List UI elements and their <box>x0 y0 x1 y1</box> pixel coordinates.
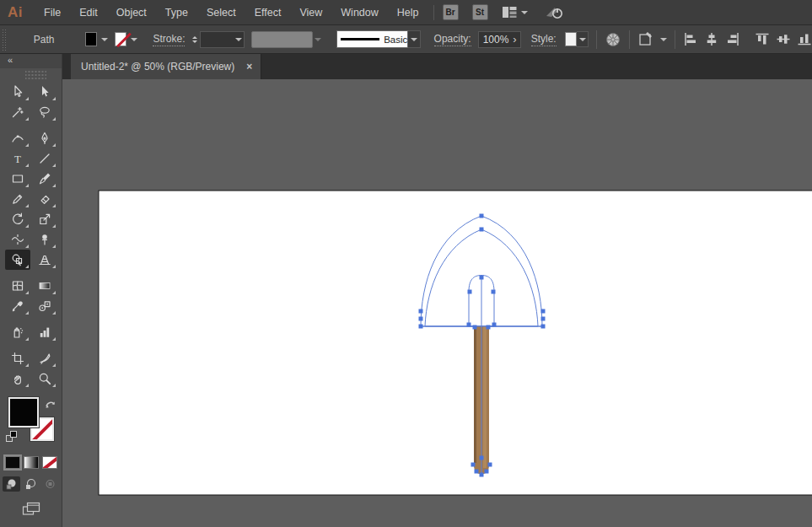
document-tab[interactable]: Untitled-2* @ 50% (RGB/Preview) × <box>71 54 261 79</box>
brush-definition-field[interactable]: Basic <box>336 30 408 48</box>
color-type-buttons <box>0 456 62 469</box>
selection-type-label: Path <box>34 34 55 46</box>
canvas-area[interactable] <box>62 79 812 527</box>
tool-hand[interactable] <box>5 368 30 389</box>
menu-view[interactable]: View <box>290 0 331 25</box>
tool-artboard[interactable] <box>5 348 30 368</box>
menu-help[interactable]: Help <box>388 0 428 25</box>
style-swatch[interactable] <box>565 32 577 46</box>
gradient-button[interactable] <box>24 456 39 469</box>
tool-perspective-grid[interactable] <box>32 250 57 270</box>
tool-curvature[interactable] <box>5 128 30 148</box>
tool-zoom[interactable] <box>32 368 57 389</box>
tool-symbol-sprayer[interactable] <box>5 322 30 342</box>
tools-panel-collapse[interactable]: « <box>0 54 62 68</box>
fill-color-swatch[interactable] <box>85 32 97 46</box>
column-graph-tool-icon <box>38 325 51 339</box>
tool-column-graph[interactable] <box>32 322 57 342</box>
tool-gradient[interactable] <box>32 276 57 296</box>
vertical-align-center-icon[interactable] <box>776 32 791 46</box>
tab-close-button[interactable]: × <box>246 61 252 73</box>
vertical-align-bottom-icon[interactable] <box>797 32 812 46</box>
default-fill-stroke-icon[interactable] <box>6 431 17 442</box>
shape-properties-button[interactable] <box>637 31 667 48</box>
tool-paintbrush[interactable] <box>32 169 57 189</box>
rectangle-tool-icon <box>11 172 24 186</box>
chevron-down-icon <box>660 38 667 45</box>
menu-effect[interactable]: Effect <box>245 0 291 25</box>
style-dropdown-button[interactable] <box>577 31 589 47</box>
opacity-field[interactable]: 100% › <box>478 31 521 48</box>
stroke-color-swatch[interactable] <box>115 32 126 46</box>
brush-dropdown-button[interactable] <box>408 30 420 48</box>
magic-wand-tool-icon <box>11 105 24 119</box>
fill-color-dropdown[interactable] <box>97 32 108 46</box>
tool-line-segment[interactable] <box>32 148 57 169</box>
tool-width[interactable] <box>5 229 30 250</box>
brush-name: Basic <box>384 35 407 45</box>
tool-rotate[interactable] <box>5 209 30 229</box>
menu-window[interactable]: Window <box>331 0 387 25</box>
tool-eyedropper[interactable] <box>5 296 30 316</box>
bridge-button[interactable]: Br <box>443 4 459 20</box>
tool-magic-wand[interactable] <box>5 102 30 122</box>
opacity-slider-arrow[interactable]: › <box>513 33 519 46</box>
swap-fill-stroke-icon[interactable] <box>44 399 57 411</box>
tool-puppet-warp[interactable] <box>32 229 57 250</box>
recolor-artwork-button[interactable] <box>605 31 621 48</box>
tool-eraser[interactable] <box>32 189 57 209</box>
shape-builder-tool-icon <box>11 253 24 266</box>
tool-shape-builder[interactable] <box>5 250 30 270</box>
workspace-switcher[interactable] <box>502 6 528 19</box>
color-button[interactable] <box>5 456 20 469</box>
selection-tool-icon <box>11 85 24 99</box>
change-screen-mode-button[interactable] <box>22 502 62 519</box>
tool-grid: T <box>0 82 62 389</box>
menu-object[interactable]: Object <box>107 0 156 25</box>
horizontal-align-center-icon[interactable] <box>704 32 719 46</box>
stock-button[interactable]: St <box>472 4 488 20</box>
tool-slice[interactable] <box>32 348 57 368</box>
tool-pen[interactable] <box>32 128 57 148</box>
none-button[interactable] <box>42 456 57 469</box>
draw-normal-button[interactable] <box>3 476 20 492</box>
menu-select[interactable]: Select <box>197 0 245 25</box>
tool-selection[interactable] <box>5 82 30 102</box>
tool-shaper[interactable] <box>5 189 30 209</box>
tool-scale[interactable] <box>32 209 57 229</box>
draw-behind-button[interactable] <box>22 476 40 492</box>
handle-highlight <box>483 326 487 468</box>
tool-direct-selection[interactable] <box>32 82 57 102</box>
control-bar-gripper[interactable] <box>2 29 7 51</box>
svg-text:T: T <box>14 153 21 165</box>
menu-type[interactable]: Type <box>156 0 197 25</box>
tool-group-gap <box>5 316 57 322</box>
stroke-weight-label[interactable]: Stroke: <box>153 33 185 46</box>
separator <box>629 30 630 49</box>
menu-edit[interactable]: Edit <box>70 0 107 25</box>
artboard[interactable] <box>99 191 812 495</box>
draw-behind-icon <box>24 478 37 490</box>
stroke-weight-stepper[interactable] <box>192 34 197 46</box>
vertical-align-top-icon[interactable] <box>755 32 770 46</box>
gpu-performance[interactable] <box>545 5 565 20</box>
eraser-tool-icon <box>38 192 51 206</box>
menu-file[interactable]: File <box>35 0 70 25</box>
tool-rectangle[interactable] <box>5 169 30 189</box>
document-canvas <box>62 79 812 527</box>
tool-lasso[interactable] <box>32 102 57 122</box>
pen-tool-icon <box>38 132 51 145</box>
tool-type[interactable]: T <box>5 148 30 169</box>
hand-tool-icon <box>11 372 24 385</box>
fill-proxy-black[interactable] <box>8 397 39 428</box>
horizontal-align-left-icon[interactable] <box>683 32 698 46</box>
draw-inside-button[interactable] <box>41 476 59 492</box>
tool-blend[interactable] <box>32 296 57 316</box>
tool-mesh[interactable] <box>5 276 30 296</box>
opacity-label[interactable]: Opacity: <box>434 33 471 46</box>
horizontal-align-right-icon[interactable] <box>725 32 740 46</box>
tools-panel-gripper[interactable] <box>25 70 46 80</box>
blend-tool-icon <box>38 299 51 313</box>
style-label[interactable]: Style: <box>531 33 557 46</box>
stroke-weight-combo[interactable] <box>200 31 244 48</box>
